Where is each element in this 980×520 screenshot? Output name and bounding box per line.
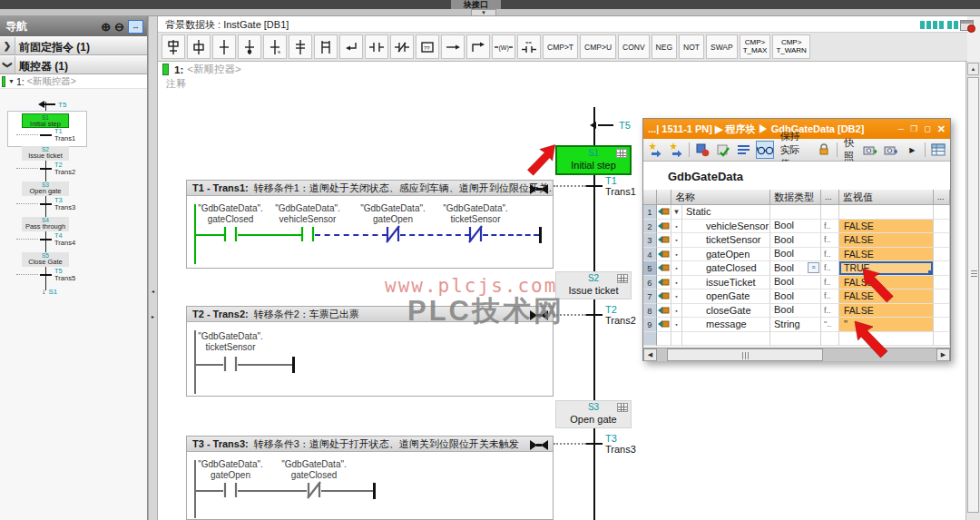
expand-members-icon[interactable] bbox=[735, 141, 753, 159]
scrollbar-thumb[interactable] bbox=[967, 77, 979, 513]
load-snapshot-icon[interactable] bbox=[882, 141, 900, 159]
collapse-left-icon[interactable]: ◄ bbox=[151, 289, 155, 294]
copy-snapshot-icon[interactable] bbox=[861, 141, 879, 159]
normally-closed-contact-icon[interactable] bbox=[390, 34, 414, 59]
column-header-default[interactable]: ... bbox=[821, 190, 839, 205]
nc-contact[interactable] bbox=[468, 225, 483, 243]
operand-label[interactable]: "GdbGateData".gateOpen bbox=[187, 459, 274, 481]
table-row[interactable]: 4 ▼ ▪ gateOpen Bool ≡ f.. FALS bbox=[643, 248, 950, 262]
close-branch-icon[interactable] bbox=[339, 34, 363, 59]
overview-step-s1[interactable]: S1 Initial step bbox=[22, 113, 69, 128]
cmp-twarn-button[interactable]: CMP>T_WARN bbox=[772, 34, 809, 59]
empty-box-icon[interactable]: ?? bbox=[416, 34, 439, 59]
table-row[interactable]: 9 ▼ ▪ message String ≡ ".. '' bbox=[643, 318, 950, 332]
insert-transition-icon[interactable] bbox=[212, 34, 236, 59]
transition-label-t2[interactable]: T2Trans2 bbox=[605, 304, 636, 326]
table-row[interactable]: 1 ▼ ▪ Static ≡ bbox=[643, 205, 950, 220]
transition-tick-t2[interactable] bbox=[585, 314, 603, 316]
normally-open-contact-icon[interactable] bbox=[365, 34, 388, 59]
insert-step-icon[interactable] bbox=[187, 34, 211, 59]
operand-label[interactable]: "GdbGateData".ticketSensor bbox=[432, 203, 519, 225]
no-contact[interactable] bbox=[223, 481, 238, 499]
no-contact[interactable] bbox=[300, 225, 315, 243]
insert-row-icon[interactable] bbox=[646, 141, 664, 159]
load-start-values-icon[interactable] bbox=[693, 141, 711, 159]
operand-label[interactable]: "GdbGateData".gateClosed bbox=[187, 203, 274, 225]
panel-splitter[interactable]: ◄ ► bbox=[148, 16, 158, 520]
operand-label[interactable]: "GdbGateData".ticketSensor bbox=[187, 331, 274, 353]
operand-label[interactable]: "GdbGateData".gateClosed bbox=[270, 459, 358, 481]
step-s3-open-gate[interactable]: S3 Open gate bbox=[555, 400, 632, 428]
compare-instruction-button[interactable]: CONV bbox=[618, 34, 650, 59]
table-settings-icon[interactable] bbox=[929, 141, 947, 159]
editor-vertical-scrollbar[interactable]: ▲ bbox=[965, 62, 980, 520]
table-row[interactable]: 6 ▼ ▪ issueTicket Bool ≡ f.. F bbox=[643, 276, 950, 290]
scroll-up-icon[interactable]: ▲ bbox=[967, 63, 979, 75]
monitor-value[interactable]: FALSE bbox=[839, 248, 934, 262]
network-t3[interactable]: T3 - Trans3:转移条件3：道闸处于打开状态、道闸关到位限位开关未触发 … bbox=[186, 436, 554, 520]
monitor-all-icon[interactable] bbox=[756, 141, 774, 159]
step-actions-table-icon[interactable] bbox=[616, 149, 627, 158]
table-row[interactable]: 8 ▼ ▪ closeGate Bool ≡ f.. FAL bbox=[643, 304, 950, 319]
apply-values-icon[interactable] bbox=[714, 141, 732, 159]
network-t1-title[interactable]: T1 - Trans1:转移条件1：道闸处于关闭状态、感应到车辆、道闸开到位限位… bbox=[187, 181, 553, 196]
monitor-value[interactable]: FALSE bbox=[839, 304, 934, 319]
snapshot-button[interactable]: 快照 bbox=[840, 141, 858, 159]
overview-step-s2[interactable]: S2 Issue ticket bbox=[22, 146, 69, 161]
close-icon[interactable]: ✕ bbox=[937, 123, 946, 135]
compare-instruction-button[interactable]: NEG bbox=[652, 34, 677, 59]
transition-label-t3[interactable]: T3Trans3 bbox=[605, 433, 636, 455]
minimize-icon[interactable]: ─ bbox=[898, 124, 904, 133]
compare-contact-icon[interactable]: == bbox=[517, 34, 541, 59]
more-options-icon[interactable]: ▶ bbox=[903, 141, 921, 159]
value-dropdown-icon[interactable]: ≡ bbox=[808, 262, 819, 273]
column-header-type[interactable]: 数据类型 bbox=[770, 190, 821, 205]
column-header-name[interactable]: 名称 bbox=[671, 190, 770, 205]
zoom-in-icon[interactable]: ⊕ bbox=[101, 21, 111, 33]
transition-label-t1[interactable]: T1Trans1 bbox=[605, 175, 636, 197]
chevron-down-icon[interactable]: ❯ bbox=[0, 56, 15, 74]
collapse-right-icon[interactable]: ► bbox=[151, 314, 155, 319]
nav-tree-item-sequencer[interactable]: ▼ 1: <新顺控器> bbox=[0, 74, 147, 89]
overview-step-s3[interactable]: S3 Open gate bbox=[22, 182, 69, 196]
overview-step-s5[interactable]: S5 Close Gate bbox=[22, 252, 69, 267]
lock-icon[interactable] bbox=[815, 141, 833, 159]
add-row-after-icon[interactable] bbox=[667, 141, 685, 159]
operand-label[interactable]: "GdbGateData".gateOpen bbox=[349, 203, 436, 225]
column-header-monitor-value[interactable]: 监视值 bbox=[839, 190, 934, 205]
interface-collapse-button[interactable]: ▼ bbox=[471, 9, 496, 16]
scrollbar-thumb[interactable] bbox=[667, 348, 823, 361]
nav-section-fixed-instructions[interactable]: ❯ 前固定指令 (1) bbox=[0, 36, 147, 55]
jump-icon[interactable] bbox=[466, 34, 490, 59]
no-contact[interactable] bbox=[223, 225, 238, 243]
keep-actual-values-button[interactable]: 保持实际值 bbox=[777, 141, 812, 159]
caret-down-icon[interactable]: ▼ bbox=[8, 78, 15, 84]
table-row[interactable]: 2 ▼ ▪ vehicleSensor Bool ≡ f.. bbox=[643, 220, 950, 234]
monitor-value[interactable] bbox=[839, 205, 934, 220]
no-contact[interactable] bbox=[223, 355, 238, 373]
nc-contact[interactable] bbox=[307, 481, 321, 499]
editor-window-icon[interactable] bbox=[960, 20, 974, 31]
sequence-comment[interactable]: 注释 bbox=[158, 77, 967, 91]
step-s1-initial[interactable]: S1 Initial step bbox=[555, 145, 632, 175]
step-actions-table-icon[interactable] bbox=[617, 274, 628, 283]
step-actions-table-icon[interactable] bbox=[617, 403, 628, 412]
transition-tick-t3[interactable] bbox=[585, 443, 603, 445]
table-row[interactable]: 5 ▼ ▪ gateClosed Bool ≡ f.. TR bbox=[643, 261, 950, 276]
watch-horizontal-scrollbar[interactable]: ◀ ▶ bbox=[643, 348, 950, 361]
sequence-title-row[interactable]: 1: <新顺控器> bbox=[158, 62, 967, 77]
monitor-value[interactable]: FALSE bbox=[839, 233, 934, 248]
nav-section-sequencers[interactable]: ❯ 顺控器 (1) bbox=[0, 55, 147, 74]
insert-step-transition-icon[interactable] bbox=[162, 34, 185, 59]
transition-tick-t1[interactable] bbox=[585, 185, 603, 187]
insert-alternative-branch-icon[interactable] bbox=[289, 34, 312, 59]
compare-instruction-button[interactable]: CMP>U bbox=[580, 34, 616, 59]
operand-label[interactable]: "GdbGateData".vehicleSensor bbox=[264, 203, 351, 225]
column-header-more[interactable]: ... bbox=[934, 190, 950, 205]
block-interface-tab[interactable]: 块接口 bbox=[451, 0, 501, 9]
scroll-right-icon[interactable]: ▶ bbox=[936, 348, 950, 361]
maximize-icon[interactable]: ◻ bbox=[924, 124, 930, 133]
float-icon[interactable]: ❐ bbox=[910, 124, 917, 133]
compare-instruction-button[interactable]: CMP>T bbox=[543, 34, 578, 59]
insert-transition-s-icon[interactable]: s bbox=[263, 34, 287, 59]
